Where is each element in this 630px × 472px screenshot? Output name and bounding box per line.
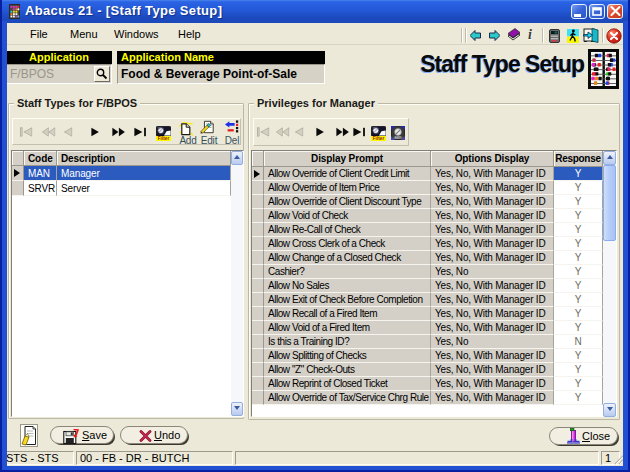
svg-text:Filter: Filter (158, 136, 170, 141)
svg-text:EXIT: EXIT (395, 136, 401, 140)
svg-text:Filter: Filter (373, 136, 385, 141)
